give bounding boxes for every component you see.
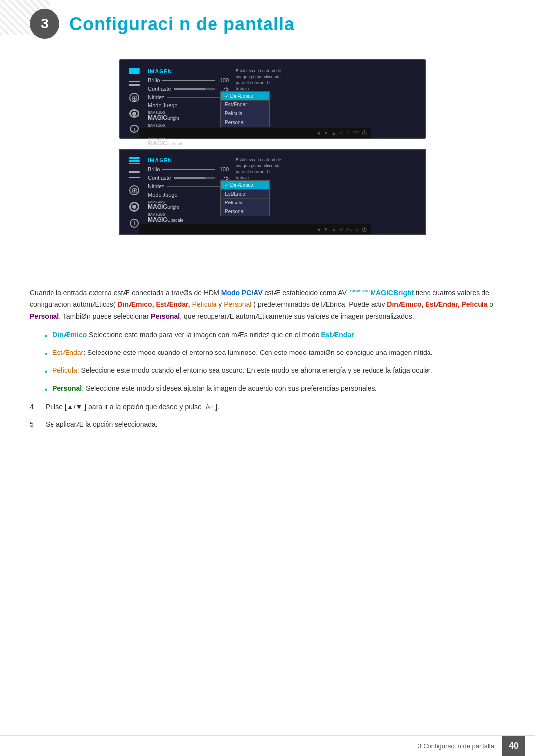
- contraste-fill-2: [174, 177, 205, 179]
- dropdown-item-dinamico-1: DinÆmico: [221, 92, 269, 101]
- step-5: 5 Se aplicarÆ la opción seleccionada.: [30, 419, 505, 431]
- monitor-icon-circle-2: [129, 185, 139, 195]
- bullet-dinamico: DinÆmico Seleccione este modo para ver l…: [45, 329, 505, 341]
- bottom-auto-2: AUTO: [346, 227, 359, 232]
- menu-row-contraste-1: Contraste 75: [148, 86, 229, 92]
- step-5-num: 5: [30, 419, 40, 431]
- monitor-menu-2: IMAGEN Brillo 100 Contraste 75: [144, 154, 420, 229]
- personal-link-3: Personal: [151, 312, 180, 320]
- bullet-pelicula: Película: Seleccione este modo cuando el…: [45, 365, 505, 377]
- page-title: Configuraci n de pantalla: [69, 14, 295, 35]
- monitor-icon-screen: [129, 68, 140, 74]
- dropdown-overlay-1: DinÆmico EstÆndar Película Personal: [220, 91, 270, 127]
- monitor-icon-menu: [129, 81, 140, 86]
- menu-row-modo-2: Modo Juego: [148, 192, 229, 198]
- chapter-number: 3: [41, 16, 49, 32]
- modo-pc-av-link: Modo PC/AV: [221, 289, 263, 297]
- samsung-bright-1: SAMSUNG MAGICBright: [148, 111, 179, 121]
- monitor-icon-gear: [129, 109, 139, 118]
- menu-row-brillo-1: Brillo 100: [148, 77, 229, 83]
- dropdown-item-personal-1: Personal: [221, 118, 269, 127]
- contraste-label-1: Contraste: [148, 86, 171, 92]
- menu-row-upscale-1: SAMSUNG MAGICUpscale: [148, 137, 229, 147]
- brillo-label-1: Brillo: [148, 77, 160, 83]
- monitor-icon-menu-2: [129, 171, 140, 178]
- bottom-icon-left-1: ◄: [316, 130, 321, 136]
- monitor-bottom-2: ◄ ▼ ▲ ↵ AUTO ⏻: [139, 224, 371, 234]
- footer-text: 3 Configuraci n de pantalla: [418, 742, 494, 750]
- screenshots-area: i IMAGEN Brillo 100 Contraste: [119, 59, 426, 235]
- brillo-label-2: Brillo: [148, 166, 160, 172]
- menu-left-1: IMAGEN Brillo 100 Contraste 75: [144, 65, 233, 133]
- menu-row-modo-1: Modo Juego: [148, 102, 229, 108]
- step-4: 4 Pulse [▲/▼ ] para ir a la opción que d…: [30, 402, 505, 413]
- menu-row-bright-1: SAMSUNG MAGICBright: [148, 111, 229, 121]
- step-4-num: 4: [30, 402, 40, 413]
- bottom-icon-up-1: ▲: [331, 130, 336, 136]
- brillo-bar-2: [162, 169, 215, 170]
- dropdown-item-pelicula-1: Película: [221, 109, 269, 118]
- bullet-pelicula-label: Película: [53, 366, 77, 374]
- brillo-value-2: 100: [218, 166, 229, 172]
- monitor-icon-screen-2: [129, 157, 140, 164]
- dropdown-item-pelicula-2: Película: [221, 199, 269, 207]
- brillo-fill-1: [162, 80, 215, 81]
- monitor-screenshot-2: i IMAGEN Brillo 100 Contraste: [119, 149, 426, 235]
- dropdown-item-estandar-2: EstÆndar: [221, 190, 269, 199]
- bullet-list: DinÆmico Seleccione este modo para ver l…: [45, 329, 505, 394]
- samsung-upscale-1: SAMSUNG MAGICUpscale: [148, 137, 184, 147]
- menu-row-bright-2: SAMSUNG MAGICBright: [148, 200, 229, 210]
- menu-header-2: IMAGEN: [148, 157, 229, 163]
- contraste-label-2: Contraste: [148, 175, 171, 181]
- dinamico-link-1: DinÆmico,: [117, 301, 154, 308]
- dropdown-overlay-2: DinÆmico EstÆndar Película Personal: [220, 180, 270, 216]
- estandar-link-1: EstÆndar,: [156, 301, 190, 308]
- menu-left-2: IMAGEN Brillo 100 Contraste 75: [144, 154, 233, 229]
- step-5-text: Se aplicarÆ la opción seleccionada.: [46, 419, 158, 431]
- dropdown-item-personal-2: Personal: [221, 207, 269, 216]
- activate-options-link: DinÆmico, EstÆndar, Película: [387, 301, 487, 308]
- bullet-personal: Personal: Seleccione este modo si desea …: [45, 383, 505, 395]
- bottom-icon-enter-2: ↵: [339, 227, 343, 232]
- menu-row-upscale-2: SAMSUNG MAGICUpscale: [148, 213, 229, 223]
- monitor-icon-info: i: [130, 125, 139, 133]
- page-number: 40: [509, 741, 519, 751]
- samsung-bright-2: SAMSUNG MAGICBright: [148, 200, 179, 210]
- main-paragraph-1: Cuando la entrada externa estÆ conectada…: [30, 287, 505, 322]
- menu-row-brillo-2: Brillo 100: [148, 166, 229, 172]
- dropdown-item-dinamico-2: DinÆmico: [221, 181, 269, 190]
- monitor-icon-gear-2: [129, 202, 139, 212]
- bottom-auto-1: AUTO: [346, 130, 359, 135]
- contraste-fill-1: [174, 88, 205, 90]
- monitor-sidebar-2: i: [125, 154, 144, 229]
- bottom-icon-power-1: ⏻: [362, 130, 367, 136]
- monitor-bottom-1: ◄ ▼ ▲ ↵ AUTO ⏻: [139, 128, 371, 138]
- bottom-icon-down-2: ▼: [323, 227, 328, 232]
- menu-header-1: IMAGEN: [148, 68, 229, 74]
- bottom-icon-up-2: ▲: [331, 227, 336, 232]
- nitidez-label-1: Nitidez: [148, 94, 164, 100]
- personal-link-1: Personal: [224, 301, 251, 308]
- brillo-value-1: 100: [218, 77, 229, 83]
- chapter-circle: 3: [30, 9, 59, 39]
- menu-row-nitidez-2: Nitidez: [148, 183, 229, 189]
- brillo-fill-2: [162, 169, 215, 170]
- page-footer: 3 Configuraci n de pantalla 40: [0, 735, 535, 756]
- page-number-box: 40: [502, 736, 525, 756]
- monitor-icon-circle: [129, 93, 139, 102]
- bottom-icon-down-1: ▼: [323, 130, 328, 136]
- bullet-dinamico-label: DinÆmico: [53, 331, 87, 339]
- dropdown-item-estandar-1: EstÆndar: [221, 101, 269, 109]
- menu-row-nitidez-1: Nitidez: [148, 94, 229, 100]
- monitor-sidebar-1: i: [125, 65, 144, 133]
- monitor-screenshot-1: i IMAGEN Brillo 100 Contraste: [119, 59, 426, 139]
- bottom-icon-power-2: ⏻: [362, 227, 367, 232]
- personal-link-2: Personal: [30, 312, 59, 320]
- samsung-upscale-2: SAMSUNG MAGICUpscale: [148, 213, 184, 223]
- main-content: Cuando la entrada externa estÆ conectada…: [30, 287, 505, 437]
- pelicula-link-1: Película: [192, 301, 217, 308]
- modo-label-1: Modo Juego: [148, 102, 178, 108]
- bottom-icon-enter-1: ↵: [339, 130, 343, 136]
- nitidez-label-2: Nitidez: [148, 183, 164, 189]
- nitidez-bar-2: [167, 186, 226, 187]
